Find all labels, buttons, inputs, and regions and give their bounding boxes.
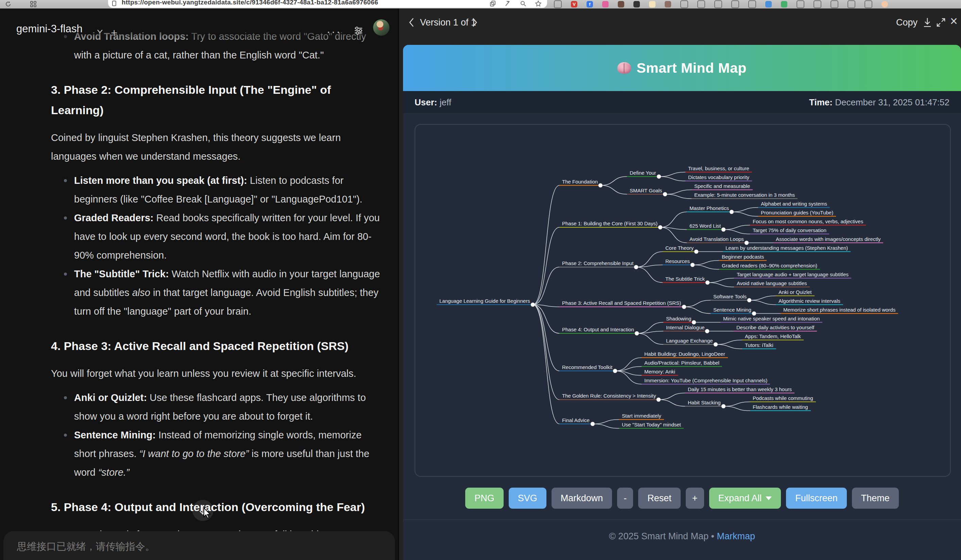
reset-button[interactable]: Reset (638, 488, 681, 509)
gray-extension[interactable] (697, 0, 705, 8)
mindmap-node-label[interactable]: Pronunciation guides (YouTube) (761, 210, 833, 215)
mindmap-collapse-circle[interactable] (744, 241, 749, 245)
cream-extension[interactable] (649, 1, 656, 8)
svg-button[interactable]: SVG (509, 488, 546, 509)
mindmap-node-label[interactable]: Phase 3: Active Recall and Spaced Repeti… (562, 300, 681, 306)
mindmap-collapse-circle[interactable] (722, 404, 726, 408)
mindmap-node-label[interactable]: Software Tools (713, 294, 747, 299)
mindmap-node-label[interactable]: Daily 15 minutes is better than weekly 3… (688, 387, 792, 392)
mindmap-node-label[interactable]: Flashcards while waiting (753, 404, 808, 410)
tan-extension[interactable] (665, 1, 671, 8)
green-extension[interactable] (781, 1, 787, 8)
mindmap-node-label[interactable]: Podcasts while commuting (753, 395, 813, 401)
mindmap-node-label[interactable]: Sentence Mining (713, 307, 751, 313)
mindmap-node-label[interactable]: Anki or Quizlet (778, 289, 812, 295)
mindmap-node-label[interactable]: Shadowing (666, 316, 691, 321)
mindmap-node-label[interactable]: Memory: Anki (644, 369, 675, 374)
markdown-button[interactable]: Markdown (551, 488, 612, 509)
mindmap-node-label[interactable]: Example: 5-minute conversation in 3 mont… (694, 192, 795, 198)
mindmap-node-label[interactable]: Habit Building: Duolingo, LingoDeer (644, 351, 725, 357)
mindmap-node-label[interactable]: Internal Dialogue (666, 324, 704, 330)
gray-extension[interactable] (797, 0, 804, 8)
search-icon[interactable] (520, 0, 527, 7)
mindmap-node-label[interactable]: Beginner podcasts (722, 254, 764, 260)
mindmap-collapse-circle[interactable] (714, 342, 718, 347)
mindmap-collapse-circle[interactable] (730, 210, 734, 214)
mindmap-node-label[interactable]: Resources (665, 258, 690, 264)
download-icon[interactable] (922, 17, 932, 28)
mindmap-node-label[interactable]: Dictates vocabulary priority (688, 174, 750, 180)
mindmap-node-label[interactable]: Mimic native speaker speed and intonatio… (723, 316, 820, 321)
mindmap-node-label[interactable]: SMART Goals (630, 188, 662, 193)
mindmap-node-label[interactable]: Target 75% of daily conversation (753, 227, 826, 233)
chevron-down-icon[interactable] (96, 29, 104, 34)
profile-circle[interactable] (881, 1, 888, 8)
mindmap-collapse-circle[interactable] (663, 192, 667, 196)
mindmap-node-label[interactable]: The Foundation (562, 179, 598, 185)
reload-icon[interactable] (5, 1, 11, 8)
mindmap-node-label[interactable]: Language Exchange (666, 338, 713, 343)
mindmap-node-label[interactable]: Memorize short phrases instead of isolat… (783, 307, 895, 313)
mindmap-node-label[interactable]: Phase 4: Output and Interaction (562, 327, 634, 332)
mindmap-node-label[interactable]: Apps: Tandem, HelloTalk (745, 333, 801, 339)
mindmap-node-label[interactable]: Avoid native language subtitles (737, 280, 807, 286)
mindmap-node-label[interactable]: Audio/Practical: Pimsleur, Babbel (644, 360, 719, 366)
dark-extension[interactable] (633, 1, 640, 8)
mindmap-node-label[interactable]: Specific and measurable (694, 183, 750, 189)
mindmap-node-label[interactable]: Target language audio + target language … (737, 271, 849, 277)
mindmap-node-label[interactable]: Phase 1: Building the Core (First 30 Day… (562, 221, 657, 226)
new-chat-button[interactable]: + (111, 26, 117, 39)
mindmap-node-label[interactable]: Immersion: YouTube (Comprehensible Input… (644, 377, 767, 383)
mindmap-collapse-circle[interactable] (598, 183, 603, 188)
mindmap-collapse-circle[interactable] (752, 311, 757, 316)
mindmap-collapse-circle[interactable] (635, 331, 639, 336)
markmap-link[interactable]: Markmap (717, 531, 755, 541)
-button[interactable]: - (617, 488, 633, 509)
gray-extension[interactable] (847, 0, 855, 8)
brown-extension[interactable] (618, 1, 624, 8)
mindmap-collapse-circle[interactable] (722, 227, 726, 232)
chat-menu-button[interactable]: ··· (326, 25, 341, 38)
mindmap-node-label[interactable]: The Subtitle Trick (665, 276, 705, 282)
model-selector[interactable]: gemini-3-flash (16, 23, 83, 35)
mindmap-collapse-circle[interactable] (634, 265, 638, 270)
mindmap-node-label[interactable]: Master Phonetics (689, 205, 729, 211)
mindmap-node-label[interactable]: Avoid Translation Loops (689, 236, 744, 242)
close-icon[interactable]: × (950, 14, 958, 27)
mindmap-collapse-circle[interactable] (692, 320, 696, 324)
mindmap-node-label[interactable]: 625 Word List (689, 223, 721, 229)
mindmap-node-label[interactable]: Start immediately (622, 413, 661, 419)
bookmark-star-icon[interactable] (535, 0, 542, 7)
-button[interactable]: + (686, 488, 704, 509)
mindmap-collapse-circle[interactable] (705, 329, 710, 333)
pink-extension[interactable] (602, 1, 609, 8)
expand-all-button[interactable]: Expand All (709, 488, 781, 509)
png-button[interactable]: PNG (465, 488, 504, 509)
blue-extension[interactable] (765, 1, 772, 8)
mindmap-node-label[interactable]: Language Learning Guide for Beginners (439, 298, 530, 304)
gray-extension[interactable] (554, 0, 562, 8)
red-extension[interactable]: V (571, 1, 577, 8)
mindmap-collapse-circle[interactable] (658, 225, 663, 230)
translate-icon[interactable] (505, 0, 511, 7)
copy-icon[interactable] (489, 0, 496, 7)
mindmap-node-label[interactable]: Recommended Toolkit (562, 364, 613, 370)
mindmap-collapse-circle[interactable] (591, 422, 595, 426)
mindmap-collapse-circle[interactable] (705, 280, 710, 285)
gray-extension[interactable] (680, 0, 688, 8)
mindmap-node-label[interactable]: Associate words with images/concepts dir… (776, 236, 881, 242)
mindmap-node-label[interactable]: Define Your (630, 170, 656, 176)
mindmap-node-label[interactable]: Alphabet and writing systems (761, 201, 827, 207)
mindmap-collapse-circle[interactable] (682, 305, 686, 309)
mindmap-collapse-circle[interactable] (691, 263, 695, 267)
address-bar[interactable]: https://open-webui.yangtzedaidata.site/c… (108, 0, 547, 8)
mindmap-collapse-circle[interactable] (657, 174, 661, 179)
copy-button[interactable]: Copy (896, 17, 918, 28)
mindmap-collapse-circle[interactable] (657, 398, 661, 402)
mindmap-node-label[interactable]: Phase 2: Comprehensible Input (562, 260, 634, 266)
mindmap-collapse-circle[interactable] (694, 249, 699, 254)
gray-extension[interactable] (748, 0, 756, 8)
facebook-extension[interactable]: f (587, 1, 593, 8)
gray-extension[interactable] (865, 0, 872, 8)
fullscreen-button[interactable]: Fullscreen (786, 488, 847, 509)
